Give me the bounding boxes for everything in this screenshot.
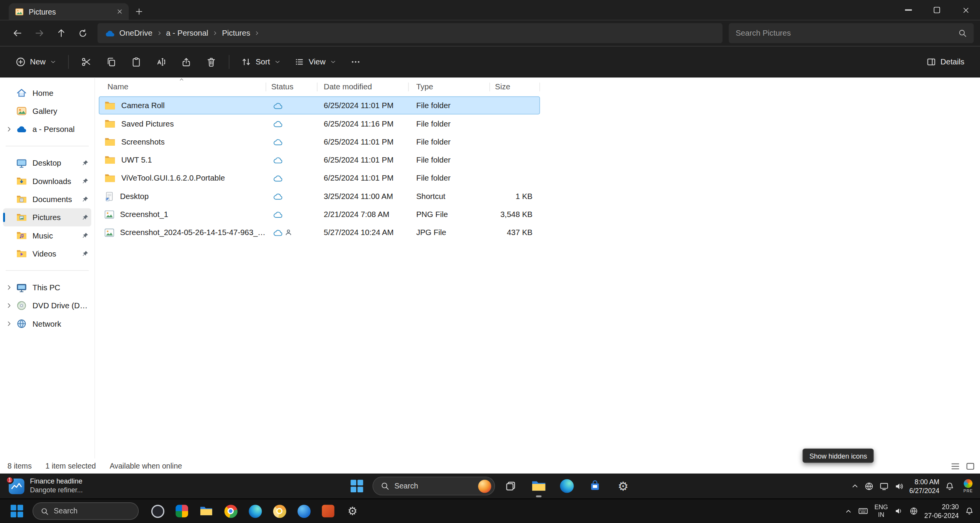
cut-button[interactable] <box>74 50 99 73</box>
taskbar-clock[interactable]: 8:00 AM 6/27/2024 <box>910 477 939 495</box>
rename-button[interactable] <box>149 50 174 73</box>
back-button[interactable] <box>6 23 28 44</box>
sidebar-item-videos[interactable]: Videos <box>3 245 91 263</box>
address-bar[interactable]: OneDrive a - Personal Pictures <box>97 23 722 43</box>
app-office-icon[interactable] <box>320 499 337 523</box>
host-taskbar-clock[interactable]: 20:30 27-06-2024 <box>924 502 959 520</box>
copy-button[interactable] <box>99 50 124 73</box>
host-taskbar-search[interactable]: Search <box>33 502 139 520</box>
search-icon[interactable] <box>958 29 967 38</box>
file-row-camera-roll[interactable]: Camera Roll 6/25/2024 11:01 PM File fold… <box>99 96 540 114</box>
details-view-toggle-icon[interactable] <box>951 461 960 470</box>
sidebar-item-onedrive-personal[interactable]: a - Personal <box>3 120 91 138</box>
edge-taskbar-icon[interactable] <box>554 474 579 498</box>
breadcrumb-pictures[interactable]: Pictures <box>222 29 250 38</box>
close-button[interactable] <box>951 0 980 20</box>
file-row-screenshots[interactable]: Screenshots 6/25/2024 11:01 PM File fold… <box>99 133 540 151</box>
forward-button[interactable] <box>28 23 50 44</box>
start-button[interactable] <box>344 474 369 498</box>
notification-bell-icon[interactable] <box>965 507 974 515</box>
sidebar-item-music[interactable]: Music <box>3 227 91 245</box>
app-file-explorer-icon[interactable] <box>198 499 215 523</box>
image-file-icon <box>104 210 114 219</box>
host-start-button[interactable] <box>6 499 27 523</box>
column-header-type[interactable]: Type <box>409 77 490 96</box>
settings-taskbar-icon[interactable]: ⚙ <box>611 474 636 498</box>
widgets-button[interactable]: 1 Finance headline Dangote refiner... <box>4 474 88 498</box>
show-hidden-icons-chevron[interactable] <box>851 482 859 490</box>
tab-pictures[interactable]: Pictures <box>9 3 129 20</box>
dvd-drive-icon <box>16 300 27 311</box>
column-header-date-modified[interactable]: Date modified <box>318 77 409 96</box>
copilot-preview-icon[interactable]: PRE <box>960 479 976 493</box>
sidebar-item-pictures[interactable]: Pictures <box>3 208 91 226</box>
breadcrumb-onedrive[interactable]: OneDrive <box>120 29 152 38</box>
taskbar-search[interactable]: Search <box>372 477 495 495</box>
file-row-saved-pictures[interactable]: Saved Pictures 6/25/2024 11:16 PM File f… <box>99 115 540 133</box>
chevron-right-icon[interactable] <box>4 285 13 290</box>
microsoft-store-taskbar-icon[interactable] <box>582 474 607 498</box>
column-header-size[interactable]: Size <box>490 77 540 96</box>
sidebar-item-this-pc[interactable]: This PC <box>3 278 91 296</box>
new-button[interactable]: New <box>9 50 63 73</box>
chevron-right-icon[interactable] <box>4 303 13 309</box>
network-tray-icon[interactable] <box>909 507 918 515</box>
share-button[interactable] <box>174 50 199 73</box>
display-tray-icon[interactable] <box>879 481 888 490</box>
sidebar-item-label: Home <box>33 89 89 97</box>
column-header-status[interactable]: Status <box>266 77 318 96</box>
tab-close-icon[interactable] <box>117 9 123 15</box>
sidebar-item-desktop[interactable]: Desktop <box>3 154 91 172</box>
volume-tray-icon[interactable] <box>894 507 903 515</box>
sidebar-item-downloads[interactable]: Downloads <box>3 172 91 190</box>
file-row-screenshot-2024[interactable]: Screenshot_2024-05-26-14-15-47-963_com.m… <box>99 223 540 241</box>
app-edge-icon[interactable] <box>246 499 264 523</box>
sort-button[interactable]: Sort <box>234 50 288 73</box>
file-row-desktop-shortcut[interactable]: Desktop 3/25/2024 11:00 AM Shortcut 1 KB <box>99 187 540 205</box>
paste-button[interactable] <box>124 50 149 73</box>
search-box[interactable] <box>729 23 974 43</box>
app-photos-icon[interactable] <box>173 499 191 523</box>
host-search-label: Search <box>54 507 77 515</box>
more-options-button[interactable] <box>343 50 368 73</box>
app-chrome-icon[interactable] <box>222 499 239 523</box>
chevron-right-icon[interactable] <box>4 127 13 132</box>
desktop-folder-icon <box>16 158 27 168</box>
details-pane-button[interactable]: Details <box>919 50 971 73</box>
file-explorer-taskbar-icon[interactable] <box>526 474 551 498</box>
maximize-button[interactable] <box>923 0 951 20</box>
network-tray-icon[interactable] <box>864 481 873 490</box>
file-row-uwt[interactable]: UWT 5.1 6/25/2024 11:01 PM File folder <box>99 151 540 169</box>
language-indicator[interactable]: ENG IN <box>874 503 888 519</box>
chevron-right-icon[interactable] <box>255 30 260 36</box>
sidebar-item-home[interactable]: Home <box>3 84 91 102</box>
view-button[interactable]: View <box>287 50 343 73</box>
refresh-button[interactable] <box>72 23 94 44</box>
sidebar-item-gallery[interactable]: Gallery <box>3 102 91 120</box>
show-hidden-icons-chevron[interactable] <box>845 508 852 515</box>
task-view-button[interactable] <box>498 474 523 498</box>
app-chrome-canary-icon[interactable] <box>270 499 288 523</box>
search-input[interactable] <box>736 29 953 38</box>
sidebar-item-network[interactable]: Network <box>3 315 91 333</box>
app-edge-dev-icon[interactable] <box>295 499 313 523</box>
app-settings-icon[interactable]: ⚙ <box>344 499 361 523</box>
minimize-button[interactable] <box>894 0 923 20</box>
delete-button[interactable] <box>199 50 224 73</box>
breadcrumb-a-personal[interactable]: a - Personal <box>166 29 208 38</box>
volume-tray-icon[interactable] <box>894 481 903 490</box>
sidebar-item-documents[interactable]: Documents <box>3 190 91 208</box>
file-row-vivetool[interactable]: ViVeTool.GUI.1.6.2.0.Portable 6/25/2024 … <box>99 169 540 187</box>
sidebar-item-dvd-drive[interactable]: DVD Drive (D:) CCC <box>3 296 91 314</box>
chevron-right-icon[interactable] <box>4 321 13 327</box>
app-obs-icon[interactable] <box>149 499 166 523</box>
notification-bell-icon[interactable] <box>945 481 954 490</box>
up-button[interactable] <box>50 23 72 44</box>
column-header-name[interactable]: Name <box>99 77 266 96</box>
chevron-right-icon[interactable] <box>213 30 218 36</box>
file-row-screenshot-1[interactable]: Screenshot_1 2/21/2024 7:08 AM PNG File … <box>99 205 540 223</box>
chevron-right-icon[interactable] <box>157 30 162 36</box>
thumbnail-view-toggle-icon[interactable] <box>965 461 975 470</box>
touch-keyboard-icon[interactable] <box>858 507 868 515</box>
new-tab-button[interactable] <box>129 3 149 20</box>
